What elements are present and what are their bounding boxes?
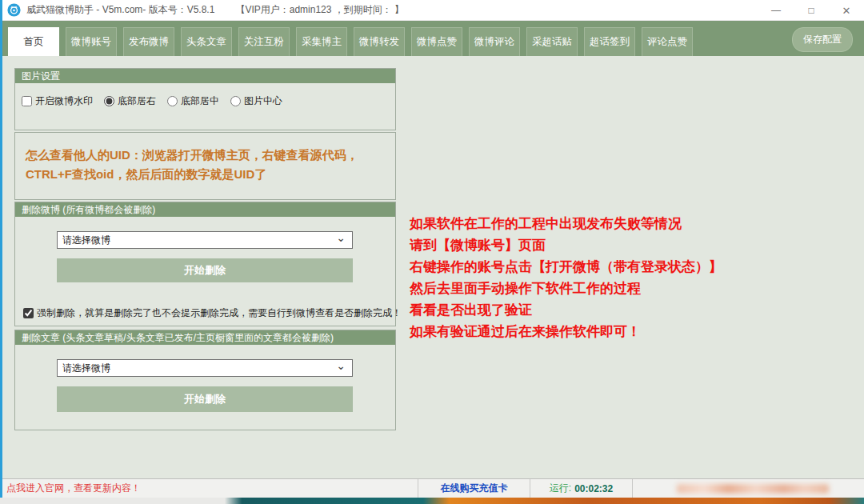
radio-bottom-center-input[interactable] bbox=[167, 96, 178, 106]
close-button[interactable]: ✕ bbox=[829, 0, 864, 21]
desktop-background-strip bbox=[0, 498, 864, 504]
delete-weibo-select[interactable]: 请选择微博 ⌄ bbox=[57, 231, 353, 249]
delete-weibo-panel: 删除微博 (所有微博都会被删除) 请选择微博 ⌄ 开始删除 强制删除，就算是删除… bbox=[14, 202, 396, 326]
radio-bottom-center[interactable]: 底部居中 bbox=[167, 94, 219, 108]
watermark-option[interactable]: 开启微博水印 bbox=[22, 94, 93, 108]
official-site-link[interactable]: 点我进入官网，查看更新内容！ bbox=[0, 479, 418, 498]
tab-collect-supertopic[interactable]: 采超话贴 bbox=[526, 27, 578, 56]
window-title: 威武猫微博助手 - V5m.com- 版本号：V5.8.1 bbox=[26, 3, 214, 17]
main-content: 图片设置 开启微博水印 底部居右 底部居中 图片中心 bbox=[0, 56, 864, 478]
uid-tip-line1: 怎么查看他人的UID：浏览器打开微博主页，右键查看源代码， bbox=[26, 146, 386, 165]
force-delete-checkbox[interactable] bbox=[23, 308, 34, 318]
watermark-label: 开启微博水印 bbox=[35, 94, 93, 108]
tab-collect-blogger[interactable]: 采集博主 bbox=[296, 27, 347, 56]
delete-article-select-value: 请选择微博 bbox=[62, 362, 110, 375]
tab-supertopic-checkin[interactable]: 超话签到 bbox=[584, 27, 635, 56]
vip-info: 【VIP用户：admin123 ，到期时间： 】 bbox=[235, 3, 404, 17]
run-label: 运行: bbox=[550, 482, 571, 495]
tab-home[interactable]: 首页 bbox=[8, 27, 59, 56]
statusbar: 点我进入官网，查看更新内容！ 在线购买充值卡 运行: 00:02:32 bbox=[0, 478, 864, 498]
force-delete-label: 强制删除，就算是删除完了也不会提示删除完成，需要自行到微博查看是否删除完成！ bbox=[37, 306, 402, 320]
blurred-watermark bbox=[677, 484, 829, 494]
tab-weibo-comment[interactable]: 微博评论 bbox=[469, 27, 520, 56]
notice-line: 如果软件在工作的工程中出现发布失败等情况 bbox=[410, 213, 722, 234]
delete-weibo-title: 删除微博 (所有微博都会被删除) bbox=[15, 202, 395, 217]
radio-image-center[interactable]: 图片中心 bbox=[230, 94, 282, 108]
delete-article-select[interactable]: 请选择微博 ⌄ bbox=[57, 359, 353, 377]
run-time-value: 00:02:32 bbox=[574, 483, 613, 494]
force-delete-option[interactable]: 强制删除，就算是删除完了也不会提示删除完成，需要自行到微博查看是否删除完成！ bbox=[23, 306, 402, 320]
watermark-checkbox[interactable] bbox=[22, 96, 32, 106]
tab-weibo-account[interactable]: 微博账号 bbox=[66, 27, 117, 56]
tab-follow-mutual[interactable]: 关注互粉 bbox=[238, 27, 290, 56]
chevron-down-icon: ⌄ bbox=[336, 234, 346, 242]
start-delete-weibo-button[interactable]: 开始删除 bbox=[57, 258, 353, 282]
app-icon bbox=[7, 3, 21, 17]
window-controls: — □ ✕ bbox=[758, 0, 864, 21]
radio-bottom-center-label: 底部居中 bbox=[181, 94, 219, 108]
radio-bottom-right-label: 底部居右 bbox=[118, 94, 156, 108]
titlebar: 威武猫微博助手 - V5m.com- 版本号：V5.8.1 【VIP用户：adm… bbox=[0, 0, 864, 21]
window-left-edge bbox=[0, 0, 2, 498]
tab-comment-like[interactable]: 评论点赞 bbox=[642, 27, 693, 56]
delete-article-title: 删除文章 (头条文章草稿/头条文章已发布/主页橱窗里面的文章都会被删除) bbox=[15, 330, 395, 345]
uid-tip-panel: 怎么查看他人的UID：浏览器打开微博主页，右键查看源代码， CTRL+F查找oi… bbox=[14, 132, 396, 200]
radio-image-center-input[interactable] bbox=[230, 96, 241, 106]
uid-tip-text: 怎么查看他人的UID：浏览器打开微博主页，右键查看源代码， CTRL+F查找oi… bbox=[15, 133, 395, 184]
delete-article-panel: 删除文章 (头条文章草稿/头条文章已发布/主页橱窗里面的文章都会被删除) 请选择… bbox=[14, 330, 396, 430]
minimize-button[interactable]: — bbox=[758, 0, 794, 21]
notice-line: 右键操作的账号点击【打开微博（带有登录状态）】 bbox=[410, 256, 722, 278]
radio-bottom-right-input[interactable] bbox=[104, 96, 114, 106]
maximize-button[interactable]: □ bbox=[794, 0, 829, 21]
start-delete-article-button[interactable]: 开始删除 bbox=[57, 386, 353, 412]
notice-line: 如果有验证通过后在来操作软件即可！ bbox=[410, 321, 722, 342]
tab-weibo-like[interactable]: 微博点赞 bbox=[411, 27, 462, 56]
delete-weibo-select-value: 请选择微博 bbox=[62, 234, 110, 247]
image-settings-options: 开启微博水印 底部居右 底部居中 图片中心 bbox=[15, 83, 395, 108]
chevron-down-icon: ⌄ bbox=[336, 362, 346, 370]
save-config-button[interactable]: 保存配置 bbox=[792, 27, 853, 52]
image-settings-title: 图片设置 bbox=[15, 69, 395, 83]
notice-line: 然后去里面手动操作下软件工作的过程 bbox=[410, 278, 722, 299]
tabbar: 首页 微博账号 发布微博 头条文章 关注互粉 采集博主 微博转发 微博点赞 微博… bbox=[0, 21, 864, 56]
tab-toutiao-article[interactable]: 头条文章 bbox=[181, 27, 232, 56]
image-settings-panel: 图片设置 开启微博水印 底部居右 底部居中 图片中心 bbox=[14, 68, 396, 130]
uid-tip-line2: CTRL+F查找oid，然后后面的数字就是UID了 bbox=[26, 165, 386, 184]
buy-card-link[interactable]: 在线购买充值卡 bbox=[418, 479, 530, 498]
radio-image-center-label: 图片中心 bbox=[244, 94, 282, 108]
notice-line: 请到【微博账号】页面 bbox=[410, 234, 722, 256]
statusbar-right-section bbox=[632, 479, 864, 498]
notice-line: 看看是否出现了验证 bbox=[410, 299, 722, 321]
failure-notice: 如果软件在工作的工程中出现发布失败等情况 请到【微博账号】页面 右键操作的账号点… bbox=[410, 213, 722, 342]
app-window: 威武猫微博助手 - V5m.com- 版本号：V5.8.1 【VIP用户：adm… bbox=[0, 0, 864, 504]
run-timer: 运行: 00:02:32 bbox=[530, 479, 632, 498]
tab-weibo-repost[interactable]: 微博转发 bbox=[354, 27, 405, 56]
radio-bottom-right[interactable]: 底部居右 bbox=[104, 94, 156, 108]
tab-publish-weibo[interactable]: 发布微博 bbox=[123, 27, 174, 56]
